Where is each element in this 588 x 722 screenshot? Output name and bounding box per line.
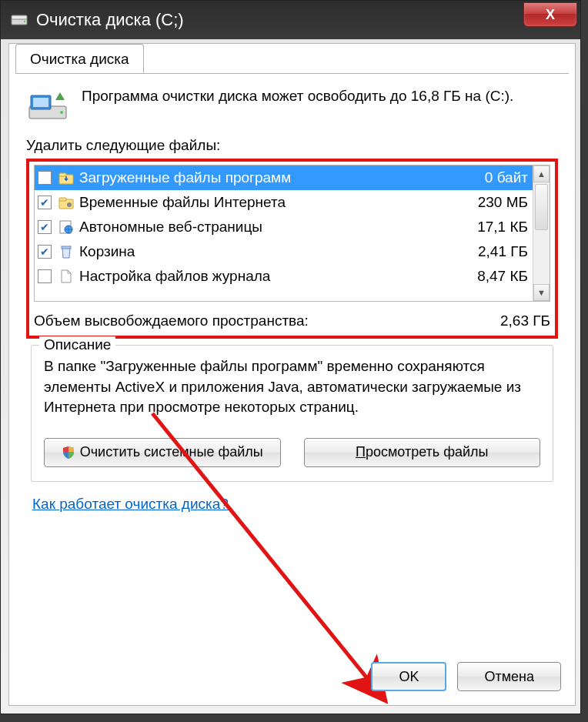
clean-system-files-button[interactable]: Очистить системные файлы (44, 438, 281, 467)
file-list-items: Загруженные файлы программ0 байт✔Временн… (35, 165, 533, 301)
tab-page: Программа очистки диска может освободить… (15, 73, 569, 523)
file-icon (58, 268, 75, 285)
close-button[interactable]: X (523, 2, 577, 27)
scrollbar[interactable]: ▲ ▼ (533, 165, 550, 301)
checkbox[interactable]: ✔ (38, 196, 52, 209)
list-item[interactable]: ✔Временные файлы Интернета230 МБ (35, 190, 533, 215)
checkbox[interactable] (38, 269, 52, 283)
recycle-bin-icon (58, 243, 75, 260)
delete-files-label: Удалить следующие файлы: (26, 137, 558, 154)
svg-point-2 (24, 21, 25, 22)
description-legend: Описание (39, 336, 115, 353)
list-item[interactable]: Настройка файлов журнала8,47 КБ (35, 264, 533, 289)
ok-button[interactable]: OK (371, 662, 446, 691)
close-icon: X (546, 7, 555, 23)
tab-disk-cleanup[interactable]: Очистка диска (15, 44, 144, 73)
svg-rect-10 (59, 198, 66, 201)
scroll-track[interactable] (533, 232, 550, 284)
svg-point-11 (67, 202, 72, 207)
item-size: 17,1 КБ (471, 219, 528, 236)
view-files-button[interactable]: Просмотреть файлы (304, 438, 541, 467)
folder-download-icon (58, 169, 75, 186)
scroll-thumb[interactable] (535, 184, 548, 230)
free-space-summary: Объем высвобождаемого пространства: 2,63… (34, 313, 550, 329)
svg-rect-5 (33, 98, 48, 107)
drive-icon (10, 11, 28, 29)
view-files-label: Просмотреть файлы (356, 444, 489, 460)
drive-large-icon (26, 86, 69, 123)
item-size: 230 МБ (472, 194, 528, 211)
description-groupbox: Описание В папке "Загруженные файлы прог… (31, 345, 553, 482)
client-area: Очистка диска Программа очистки диска мо… (8, 43, 576, 706)
ok-label: OK (399, 669, 419, 685)
disk-cleanup-window: Очистка диска (C;) X Очистка диска (0, 0, 581, 714)
window-title: Очистка диска (C;) (36, 10, 184, 30)
globe-page-icon (58, 219, 75, 236)
item-size: 0 байт (479, 169, 528, 186)
description-buttons: Очистить системные файлы Просмотреть фай… (44, 438, 540, 467)
summary-label: Объем высвобождаемого пространства: (34, 313, 500, 329)
list-item[interactable]: ✔Корзина2,41 ГБ (35, 239, 533, 264)
svg-rect-8 (59, 173, 66, 176)
summary-value: 2,63 ГБ (500, 313, 550, 329)
svg-point-6 (60, 111, 63, 114)
checkbox[interactable]: ✔ (38, 245, 52, 259)
item-size: 8,47 КБ (471, 268, 528, 285)
svg-rect-14 (62, 246, 71, 249)
intro-text: Программа очистки диска может освободить… (82, 86, 513, 123)
cancel-label: Отмена (484, 669, 534, 685)
item-name: Загруженные файлы программ (79, 169, 479, 186)
checkbox[interactable] (38, 171, 52, 185)
file-list[interactable]: Загруженные файлы программ0 байт✔Временн… (34, 165, 550, 302)
clean-system-files-label: Очистить системные файлы (80, 444, 263, 460)
cancel-button[interactable]: Отмена (457, 662, 561, 691)
help-link[interactable]: Как работает очистка диска? (32, 496, 229, 513)
help-link-text: Как работает очистка диска? (32, 496, 229, 512)
item-name: Настройка файлов журнала (79, 268, 471, 285)
item-name: Временные файлы Интернета (79, 194, 472, 211)
folder-gear-icon (58, 194, 75, 211)
scroll-up-button[interactable]: ▲ (533, 165, 550, 182)
item-name: Автономные веб-страницы (79, 219, 471, 236)
annotation-red-box: Загруженные файлы программ0 байт✔Временн… (26, 159, 558, 339)
scroll-down-button[interactable]: ▼ (533, 284, 550, 301)
tab-strip: Очистка диска (9, 43, 575, 72)
dialog-button-row: OK Отмена (371, 662, 561, 691)
item-size: 2,41 ГБ (472, 243, 528, 260)
titlebar[interactable]: Очистка диска (C;) X (1, 1, 580, 39)
checkbox[interactable]: ✔ (38, 220, 52, 234)
shield-icon (62, 446, 75, 460)
intro-row: Программа очистки диска может освободить… (26, 86, 558, 123)
item-name: Корзина (79, 243, 472, 260)
svg-rect-1 (12, 15, 27, 19)
list-item[interactable]: Загруженные файлы программ0 байт (35, 165, 533, 190)
description-text: В папке "Загруженные файлы программ" вре… (44, 356, 540, 418)
list-item[interactable]: ✔Автономные веб-страницы17,1 КБ (35, 215, 533, 239)
tab-label: Очистка диска (30, 51, 129, 67)
